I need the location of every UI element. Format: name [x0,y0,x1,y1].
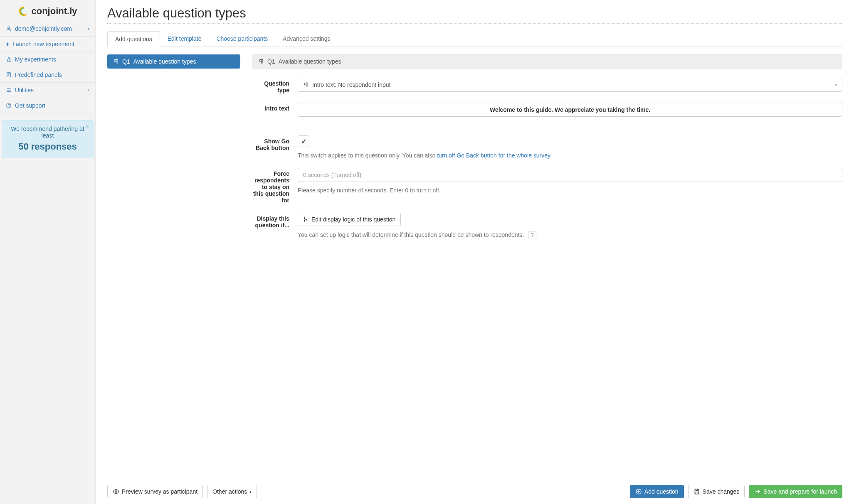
paragraph-icon [113,59,119,64]
question-list-item-code: Q1 [122,58,130,65]
flask-icon [6,57,12,62]
sidebar-item-label: My experiments [15,56,56,63]
sidebar-item-label: Utilities [15,87,34,93]
label-display-if: Display this question if... [252,213,298,229]
save-icon [694,488,700,495]
question-type-value: Intro text: No respondent input [312,81,390,88]
sidebar-item-label: Launch new experiment [12,41,74,47]
save-changes-button[interactable]: Save changes [688,485,745,498]
svg-point-0 [8,27,10,29]
plus-circle-icon [635,488,642,495]
separator [252,126,842,126]
save-launch-button[interactable]: Save and prepare for launch [749,485,842,498]
force-stay-input[interactable] [298,168,842,182]
close-icon[interactable]: × [85,123,89,130]
edit-display-logic-button[interactable]: Edit display logic of this question [298,213,401,226]
display-if-help: You can set up logic that will determine… [298,231,842,239]
sidebar-item-utilities[interactable]: Utilities ‹ [0,83,95,98]
alert-big-text: 50 responses [7,141,88,152]
sidebar-item-label: Predefined panels [15,71,62,78]
sidebar-item-support[interactable]: Get support [0,98,95,113]
label-force-stay: Force respondents to stay on this questi… [252,168,298,204]
plus-icon: + [6,41,9,47]
user-icon [6,26,12,32]
brand-text: conjoint.ly [32,6,77,17]
svg-point-5 [115,491,117,492]
chevron-left-icon: ‹ [88,26,89,32]
main-area: Available question types Add questions E… [96,0,854,504]
brand-icon [18,6,29,17]
turn-off-go-back-link[interactable]: turn off Go Back button for the whole su… [437,152,552,159]
intro-text-editor[interactable]: Welcome to this guide. We appreciate you… [298,103,842,117]
sidebar-item-label: Get support [15,102,45,109]
question-list-item-label: Available question types [133,58,196,65]
tab-choose-participants[interactable]: Choose participants [209,31,275,47]
arrow-right-icon [754,488,761,495]
content-area: Q1 Available question types Q1 Available… [107,54,842,479]
caret-up-icon: ▴ [249,489,252,494]
paragraph-icon [258,59,264,64]
page-title: Available question types [107,6,842,24]
chevron-down-icon: ▾ [835,83,837,87]
sidebar-user[interactable]: demo@conjointly.com ‹ [0,21,95,37]
tabs: Add questions Edit template Choose parti… [107,31,842,47]
sidebar-user-label: demo@conjointly.com [15,25,72,32]
intro-text-value: Welcome to this guide. We appreciate you… [490,106,650,113]
checkmark-icon: ✓ [301,138,306,145]
sidebar-item-experiments[interactable]: My experiments [0,52,95,67]
sidebar: conjoint.ly demo@conjointly.com ‹ + Laun… [0,0,96,504]
tab-advanced-settings[interactable]: Advanced settings [275,31,338,47]
sidebar-item-launch[interactable]: + Launch new experiment [0,37,95,52]
label-intro-text: Intro text [252,103,298,112]
add-question-button[interactable]: Add question [630,485,684,498]
question-detail: Q1 Available question types Question typ… [252,54,842,239]
branch-icon [303,216,309,222]
eye-icon [113,488,119,495]
label-go-back: Show Go Back button [252,135,298,151]
document-icon [6,72,12,78]
detail-header-code: Q1 [267,58,275,65]
paragraph-icon [303,82,309,88]
brand-logo: conjoint.ly [0,0,95,21]
help-icon [6,103,12,108]
detail-header: Q1 Available question types [252,54,842,69]
label-question-type: Question type [252,78,298,93]
question-type-select[interactable]: Intro text: No respondent input ▾ [298,78,842,92]
tab-add-questions[interactable]: Add questions [107,31,160,47]
bottom-bar: Preview survey as participant Other acti… [107,479,842,504]
list-icon [6,87,12,93]
question-list: Q1 Available question types [107,54,240,69]
other-actions-button[interactable]: Other actions ▴ [207,485,257,498]
question-list-item[interactable]: Q1 Available question types [107,54,240,69]
preview-button[interactable]: Preview survey as participant [107,485,203,498]
sidebar-item-panels[interactable]: Predefined panels [0,67,95,83]
recommendation-alert: × We recommend gathering at least 50 res… [2,120,94,158]
force-stay-help: Please specify number of seconds. Enter … [298,187,842,194]
help-tooltip-icon[interactable]: ? [528,231,536,239]
tab-edit-template[interactable]: Edit template [160,31,209,47]
go-back-help: This switch applies to this question onl… [298,152,842,159]
go-back-checkbox[interactable]: ✓ [298,135,309,147]
alert-line1: We recommend gathering at least [11,125,84,139]
chevron-left-icon: ‹ [88,87,89,93]
detail-header-label: Available question types [279,58,341,65]
